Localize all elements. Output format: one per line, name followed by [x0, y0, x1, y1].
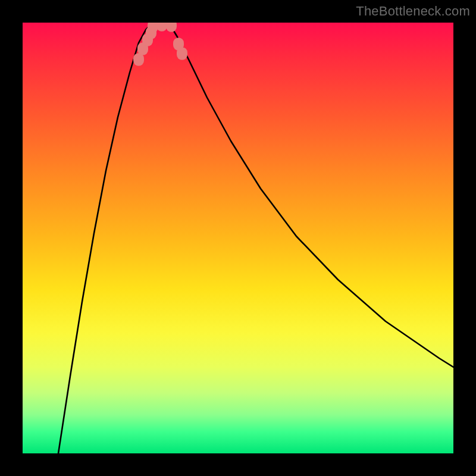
outer-frame: TheBottleneck.com — [0, 0, 476, 476]
watermark-text: TheBottleneck.com — [356, 4, 470, 19]
curve-path — [58, 24, 453, 453]
right-dot-2 — [177, 47, 187, 60]
floor-dot-2 — [156, 23, 167, 32]
plot-area — [23, 23, 453, 453]
bottleneck-curve — [23, 23, 453, 453]
floor-dot-3 — [166, 23, 177, 32]
